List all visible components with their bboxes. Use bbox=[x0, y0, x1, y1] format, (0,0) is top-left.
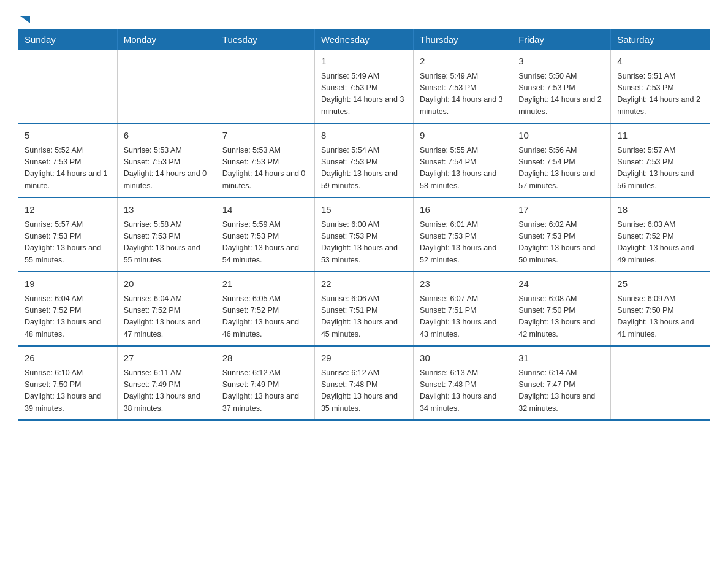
day-number: 15 bbox=[321, 203, 407, 217]
day-number: 24 bbox=[518, 277, 604, 291]
calendar-header-row: SundayMondayTuesdayWednesdayThursdayFrid… bbox=[18, 29, 710, 50]
calendar-cell: 17Sunrise: 6:02 AM Sunset: 7:53 PM Dayli… bbox=[512, 197, 611, 272]
day-number: 26 bbox=[25, 351, 111, 366]
day-number: 20 bbox=[124, 277, 210, 291]
day-info: Sunrise: 6:06 AM Sunset: 7:51 PM Dayligh… bbox=[321, 293, 407, 341]
logo-arrow-icon bbox=[19, 13, 32, 27]
day-info: Sunrise: 5:56 AM Sunset: 7:54 PM Dayligh… bbox=[518, 145, 604, 193]
day-number: 12 bbox=[25, 203, 111, 217]
calendar-week-row: 12Sunrise: 5:57 AM Sunset: 7:53 PM Dayli… bbox=[18, 197, 710, 272]
calendar-cell: 27Sunrise: 6:11 AM Sunset: 7:49 PM Dayli… bbox=[117, 346, 216, 420]
day-number: 23 bbox=[420, 277, 506, 291]
calendar-week-row: 26Sunrise: 6:10 AM Sunset: 7:50 PM Dayli… bbox=[18, 346, 710, 420]
day-info: Sunrise: 5:59 AM Sunset: 7:53 PM Dayligh… bbox=[222, 219, 308, 267]
calendar-header-friday: Friday bbox=[512, 29, 611, 50]
day-info: Sunrise: 6:08 AM Sunset: 7:50 PM Dayligh… bbox=[518, 293, 604, 341]
calendar-cell: 22Sunrise: 6:06 AM Sunset: 7:51 PM Dayli… bbox=[314, 272, 413, 346]
day-info: Sunrise: 6:03 AM Sunset: 7:52 PM Dayligh… bbox=[617, 219, 703, 267]
day-number: 21 bbox=[222, 277, 308, 291]
calendar-cell: 10Sunrise: 5:56 AM Sunset: 7:54 PM Dayli… bbox=[512, 123, 611, 197]
day-number: 8 bbox=[321, 129, 407, 143]
day-info: Sunrise: 5:54 AM Sunset: 7:53 PM Dayligh… bbox=[321, 145, 407, 193]
calendar-cell: 6Sunrise: 5:53 AM Sunset: 7:53 PM Daylig… bbox=[117, 123, 216, 197]
day-info: Sunrise: 6:01 AM Sunset: 7:53 PM Dayligh… bbox=[420, 219, 506, 267]
day-number: 25 bbox=[617, 277, 703, 291]
calendar-cell: 9Sunrise: 5:55 AM Sunset: 7:54 PM Daylig… bbox=[414, 123, 512, 197]
calendar-week-row: 5Sunrise: 5:52 AM Sunset: 7:53 PM Daylig… bbox=[18, 123, 710, 197]
day-number: 4 bbox=[617, 55, 703, 69]
day-number: 13 bbox=[124, 203, 210, 217]
calendar-header-saturday: Saturday bbox=[611, 29, 710, 50]
day-number: 1 bbox=[321, 55, 407, 69]
calendar-cell: 26Sunrise: 6:10 AM Sunset: 7:50 PM Dayli… bbox=[18, 346, 117, 420]
day-number: 7 bbox=[222, 129, 308, 143]
calendar-cell: 30Sunrise: 6:13 AM Sunset: 7:48 PM Dayli… bbox=[414, 346, 512, 420]
day-info: Sunrise: 6:00 AM Sunset: 7:53 PM Dayligh… bbox=[321, 219, 407, 267]
calendar-cell: 18Sunrise: 6:03 AM Sunset: 7:52 PM Dayli… bbox=[611, 197, 710, 272]
day-info: Sunrise: 6:02 AM Sunset: 7:53 PM Dayligh… bbox=[518, 219, 604, 267]
day-info: Sunrise: 5:57 AM Sunset: 7:53 PM Dayligh… bbox=[25, 219, 111, 267]
day-info: Sunrise: 6:09 AM Sunset: 7:50 PM Dayligh… bbox=[617, 293, 703, 341]
calendar-cell bbox=[216, 50, 314, 123]
calendar-cell: 1Sunrise: 5:49 AM Sunset: 7:53 PM Daylig… bbox=[314, 50, 413, 123]
calendar-cell: 8Sunrise: 5:54 AM Sunset: 7:53 PM Daylig… bbox=[314, 123, 413, 197]
logo bbox=[18, 12, 32, 23]
calendar-cell: 3Sunrise: 5:50 AM Sunset: 7:53 PM Daylig… bbox=[512, 50, 611, 123]
calendar-header-wednesday: Wednesday bbox=[314, 29, 413, 50]
day-number: 16 bbox=[420, 203, 506, 217]
day-info: Sunrise: 5:49 AM Sunset: 7:53 PM Dayligh… bbox=[420, 71, 506, 118]
day-info: Sunrise: 6:07 AM Sunset: 7:51 PM Dayligh… bbox=[420, 293, 506, 341]
calendar-cell: 7Sunrise: 5:53 AM Sunset: 7:53 PM Daylig… bbox=[216, 123, 314, 197]
day-number: 9 bbox=[420, 129, 506, 143]
day-number: 10 bbox=[518, 129, 604, 143]
day-info: Sunrise: 6:05 AM Sunset: 7:52 PM Dayligh… bbox=[222, 293, 308, 341]
day-info: Sunrise: 5:53 AM Sunset: 7:53 PM Dayligh… bbox=[222, 145, 308, 193]
calendar-cell: 24Sunrise: 6:08 AM Sunset: 7:50 PM Dayli… bbox=[512, 272, 611, 346]
calendar-cell: 14Sunrise: 5:59 AM Sunset: 7:53 PM Dayli… bbox=[216, 197, 314, 272]
calendar-header-monday: Monday bbox=[117, 29, 216, 50]
day-info: Sunrise: 5:58 AM Sunset: 7:53 PM Dayligh… bbox=[124, 219, 210, 267]
calendar-cell: 31Sunrise: 6:14 AM Sunset: 7:47 PM Dayli… bbox=[512, 346, 611, 420]
day-number: 17 bbox=[518, 203, 604, 217]
day-number: 3 bbox=[518, 55, 604, 69]
day-info: Sunrise: 5:55 AM Sunset: 7:54 PM Dayligh… bbox=[420, 145, 506, 193]
day-number: 28 bbox=[222, 351, 308, 366]
day-number: 22 bbox=[321, 277, 407, 291]
calendar-cell: 4Sunrise: 5:51 AM Sunset: 7:53 PM Daylig… bbox=[611, 50, 710, 123]
day-number: 18 bbox=[617, 203, 703, 217]
calendar-week-row: 1Sunrise: 5:49 AM Sunset: 7:53 PM Daylig… bbox=[18, 50, 710, 123]
calendar-cell bbox=[18, 50, 117, 123]
day-info: Sunrise: 5:57 AM Sunset: 7:53 PM Dayligh… bbox=[617, 145, 703, 193]
calendar-header-sunday: Sunday bbox=[18, 29, 117, 50]
day-number: 11 bbox=[617, 129, 703, 143]
calendar-cell: 28Sunrise: 6:12 AM Sunset: 7:49 PM Dayli… bbox=[216, 346, 314, 420]
calendar-table: SundayMondayTuesdayWednesdayThursdayFrid… bbox=[18, 29, 710, 421]
calendar-cell bbox=[611, 346, 710, 420]
calendar-cell bbox=[117, 50, 216, 123]
day-info: Sunrise: 5:51 AM Sunset: 7:53 PM Dayligh… bbox=[617, 71, 703, 118]
day-info: Sunrise: 6:04 AM Sunset: 7:52 PM Dayligh… bbox=[25, 293, 111, 341]
day-info: Sunrise: 6:10 AM Sunset: 7:50 PM Dayligh… bbox=[25, 367, 111, 415]
calendar-cell: 5Sunrise: 5:52 AM Sunset: 7:53 PM Daylig… bbox=[18, 123, 117, 197]
calendar-cell: 25Sunrise: 6:09 AM Sunset: 7:50 PM Dayli… bbox=[611, 272, 710, 346]
day-number: 6 bbox=[124, 129, 210, 143]
svg-marker-0 bbox=[20, 16, 30, 23]
day-number: 2 bbox=[420, 55, 506, 69]
calendar-header-tuesday: Tuesday bbox=[216, 29, 314, 50]
day-info: Sunrise: 6:12 AM Sunset: 7:49 PM Dayligh… bbox=[222, 367, 308, 415]
day-info: Sunrise: 6:11 AM Sunset: 7:49 PM Dayligh… bbox=[124, 367, 210, 415]
calendar-cell: 23Sunrise: 6:07 AM Sunset: 7:51 PM Dayli… bbox=[414, 272, 512, 346]
calendar-cell: 19Sunrise: 6:04 AM Sunset: 7:52 PM Dayli… bbox=[18, 272, 117, 346]
day-number: 30 bbox=[420, 351, 506, 366]
day-number: 5 bbox=[25, 129, 111, 143]
day-info: Sunrise: 6:12 AM Sunset: 7:48 PM Dayligh… bbox=[321, 367, 407, 415]
calendar-cell: 15Sunrise: 6:00 AM Sunset: 7:53 PM Dayli… bbox=[314, 197, 413, 272]
calendar-week-row: 19Sunrise: 6:04 AM Sunset: 7:52 PM Dayli… bbox=[18, 272, 710, 346]
day-info: Sunrise: 6:14 AM Sunset: 7:47 PM Dayligh… bbox=[518, 367, 604, 415]
day-info: Sunrise: 5:49 AM Sunset: 7:53 PM Dayligh… bbox=[321, 71, 407, 118]
calendar-cell: 21Sunrise: 6:05 AM Sunset: 7:52 PM Dayli… bbox=[216, 272, 314, 346]
day-number: 31 bbox=[518, 351, 604, 366]
calendar-cell: 12Sunrise: 5:57 AM Sunset: 7:53 PM Dayli… bbox=[18, 197, 117, 272]
day-info: Sunrise: 5:53 AM Sunset: 7:53 PM Dayligh… bbox=[124, 145, 210, 193]
day-number: 14 bbox=[222, 203, 308, 217]
